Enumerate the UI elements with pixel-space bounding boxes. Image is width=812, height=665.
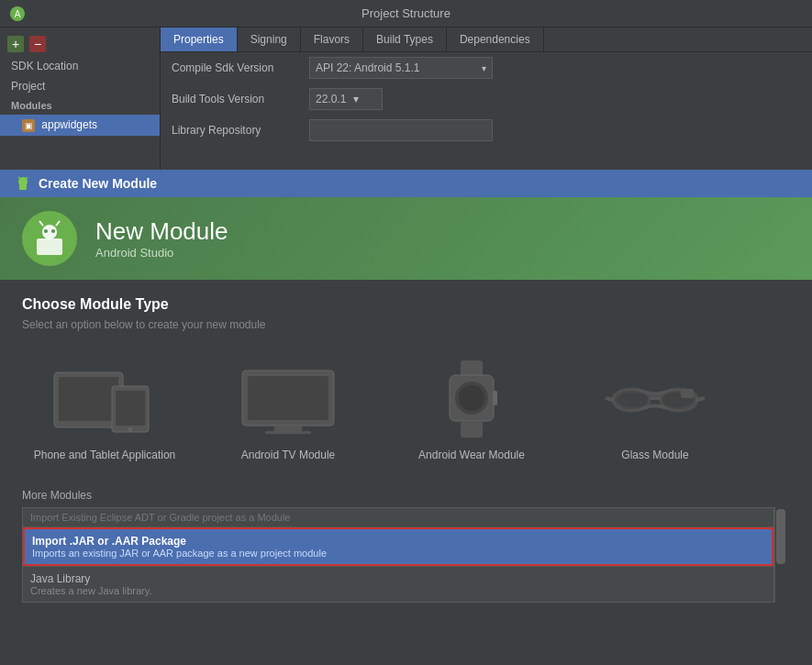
wizard-content: Choose Module Type Select an option belo… <box>0 280 812 619</box>
svg-rect-32 <box>681 389 694 398</box>
import-jar-desc: Imports an existing JAR or AAR package a… <box>32 548 764 559</box>
module-card-phone-tablet[interactable]: Phone and Tablet Application <box>22 349 187 471</box>
phone-tablet-icon <box>50 359 160 441</box>
section-title: Choose Module Type <box>22 296 790 313</box>
svg-line-5 <box>26 177 28 179</box>
java-library-desc: Creates a new Java library. <box>30 585 766 596</box>
svg-text:A: A <box>15 9 21 19</box>
wizard-title: New Module <box>95 217 228 246</box>
svg-rect-25 <box>493 391 497 405</box>
tab-dependencies[interactable]: Dependencies <box>447 28 544 51</box>
svg-point-16 <box>128 427 132 431</box>
svg-rect-15 <box>116 391 145 426</box>
title-bar: A Project Structure <box>0 0 812 28</box>
svg-line-30 <box>606 398 613 400</box>
compile-sdk-select[interactable]: API 22: Android 5.1.1 ▾ <box>309 57 493 79</box>
add-button[interactable]: + <box>7 36 24 52</box>
compile-sdk-arrow: ▾ <box>482 63 486 73</box>
module-grid: Phone and Tablet Application Android TV … <box>22 349 790 471</box>
sidebar-item-appwidgets-label: appwidgets <box>41 118 97 131</box>
svg-line-4 <box>18 177 20 179</box>
svg-point-26 <box>459 385 484 411</box>
sidebar-item-appwidgets[interactable]: ▣ appwidgets <box>0 115 160 136</box>
java-library-title: Java Library <box>30 572 766 585</box>
sidebar-item-sdk-location[interactable]: SDK Location <box>0 56 160 76</box>
library-repo-label: Library Repository <box>172 124 300 137</box>
glass-module-label: Glass Module <box>621 449 688 461</box>
svg-rect-21 <box>461 360 483 377</box>
build-tools-row: Build Tools Version 22.0.1 ▾ <box>161 83 812 115</box>
wizard-logo <box>22 211 77 266</box>
svg-line-31 <box>697 398 705 400</box>
svg-line-9 <box>56 221 60 226</box>
sidebar-item-modules[interactable]: Modules <box>0 96 160 115</box>
library-repo-input[interactable] <box>309 119 493 141</box>
import-jar-title: Import .JAR or .AAR Package <box>32 535 764 548</box>
tab-properties[interactable]: Properties <box>161 28 238 51</box>
module-card-glass[interactable]: Glass Module <box>573 349 738 471</box>
android-wear-label: Android Wear Module <box>418 449 525 461</box>
more-modules-list: Import Existing Eclipse ADT or Gradle pr… <box>22 507 774 603</box>
section-subtitle: Select an option below to create your ne… <box>22 318 790 331</box>
list-item-import-jar-aar[interactable]: Import .JAR or .AAR Package Imports an e… <box>23 527 773 566</box>
svg-point-11 <box>51 229 55 233</box>
build-tools-input[interactable]: 22.0.1 ▾ <box>309 88 383 110</box>
sidebar: + − SDK Location Project Modules ▣ appwi… <box>0 28 161 170</box>
more-modules-list-container: Import Existing Eclipse ADT or Gradle pr… <box>22 507 774 603</box>
android-icon <box>15 175 31 192</box>
sidebar-item-sdk-location-label: SDK Location <box>11 60 78 72</box>
android-wear-icon <box>417 359 527 441</box>
svg-point-27 <box>613 389 650 411</box>
modal-container: Create New Module New Module Android Stu… <box>0 170 812 619</box>
tabs-bar: Properties Signing Flavors Build Types D… <box>161 28 812 52</box>
wizard-subtitle: Android Studio <box>95 246 228 260</box>
svg-rect-13 <box>59 377 118 421</box>
module-card-android-tv[interactable]: Android TV Module <box>206 349 371 471</box>
properties-panel: Properties Signing Flavors Build Types D… <box>161 28 812 170</box>
sidebar-item-project[interactable]: Project <box>0 76 160 96</box>
remove-button[interactable]: − <box>29 36 46 52</box>
compile-sdk-label: Compile Sdk Version <box>172 61 300 74</box>
scrollbar-thumb <box>776 509 785 564</box>
sidebar-item-project-label: Project <box>11 80 45 93</box>
build-tools-arrow: ▾ <box>353 93 359 105</box>
module-card-android-wear[interactable]: Android Wear Module <box>389 349 554 471</box>
list-item-java-library[interactable]: Java Library Creates a new Java library. <box>23 566 773 602</box>
svg-line-8 <box>39 221 43 226</box>
modal-header-title: Create New Module <box>39 176 157 191</box>
compile-sdk-row: Compile Sdk Version API 22: Android 5.1.… <box>161 52 812 83</box>
phone-tablet-label: Phone and Tablet Application <box>34 449 176 461</box>
android-tv-label: Android TV Module <box>241 449 336 461</box>
list-item-import-eclipse[interactable]: Import Existing Eclipse ADT or Gradle pr… <box>23 508 773 527</box>
android-tv-icon <box>233 359 343 441</box>
svg-rect-19 <box>274 426 302 431</box>
svg-rect-18 <box>248 376 328 420</box>
scrollbar[interactable] <box>774 507 785 603</box>
tab-signing[interactable]: Signing <box>238 28 301 51</box>
module-icon: ▣ <box>22 119 35 132</box>
wizard-header: New Module Android Studio <box>0 197 812 280</box>
svg-point-10 <box>44 229 48 233</box>
app-icon: A <box>9 6 26 22</box>
more-modules-label: More Modules <box>22 489 790 502</box>
sidebar-item-modules-label: Modules <box>11 100 52 111</box>
library-repo-row: Library Repository <box>161 115 812 146</box>
window-title: Project Structure <box>362 6 450 20</box>
build-tools-label: Build Tools Version <box>172 93 300 105</box>
sidebar-toolbar: + − <box>0 32 160 56</box>
wizard-text: New Module Android Studio <box>95 217 228 260</box>
tab-build-types[interactable]: Build Types <box>363 28 447 51</box>
svg-rect-20 <box>265 431 311 434</box>
svg-rect-3 <box>19 184 27 190</box>
tab-flavors[interactable]: Flavors <box>301 28 363 51</box>
svg-rect-7 <box>37 238 62 255</box>
glass-module-icon <box>600 359 710 441</box>
modal-header: Create New Module <box>0 170 812 197</box>
svg-rect-24 <box>461 421 483 438</box>
